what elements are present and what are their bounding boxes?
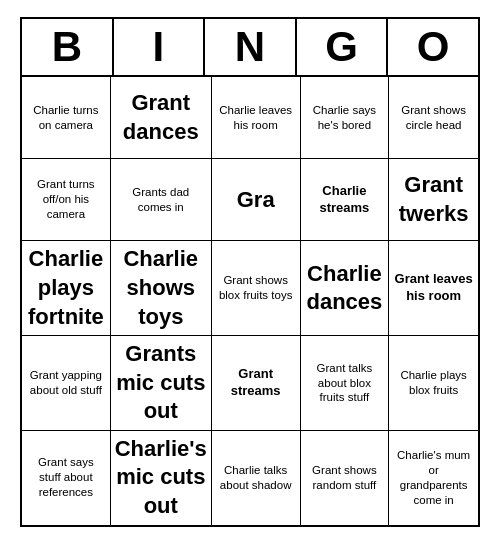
bingo-cell-22[interactable]: Charlie talks about shadow <box>212 431 301 525</box>
bingo-cell-10[interactable]: Charlie plays fortnite <box>22 241 111 336</box>
bingo-card: BINGO Charlie turns on cameraGrant dance… <box>20 17 480 526</box>
bingo-cell-15[interactable]: Grant yapping about old stuff <box>22 336 111 431</box>
bingo-cell-9[interactable]: Grant twerks <box>389 159 478 241</box>
bingo-cell-3[interactable]: Charlie says he's bored <box>301 77 390 159</box>
bingo-cell-16[interactable]: Grants mic cuts out <box>111 336 212 431</box>
bingo-cell-24[interactable]: Charlie's mum or grandparents come in <box>389 431 478 525</box>
bingo-cell-1[interactable]: Grant dances <box>111 77 212 159</box>
bingo-cell-20[interactable]: Grant says stuff about references <box>22 431 111 525</box>
header-letter-b: B <box>22 19 114 75</box>
bingo-cell-11[interactable]: Charlie shows toys <box>111 241 212 336</box>
bingo-cell-12[interactable]: Grant shows blox fruits toys <box>212 241 301 336</box>
bingo-header: BINGO <box>22 19 478 77</box>
header-letter-o: O <box>388 19 478 75</box>
bingo-cell-6[interactable]: Grants dad comes in <box>111 159 212 241</box>
bingo-cell-21[interactable]: Charlie's mic cuts out <box>111 431 212 525</box>
header-letter-n: N <box>205 19 297 75</box>
bingo-cell-5[interactable]: Grant turns off/on his camera <box>22 159 111 241</box>
bingo-cell-18[interactable]: Grant talks about blox fruits stuff <box>301 336 390 431</box>
header-letter-g: G <box>297 19 389 75</box>
bingo-cell-17[interactable]: Grant streams <box>212 336 301 431</box>
bingo-cell-19[interactable]: Charlie plays blox fruits <box>389 336 478 431</box>
bingo-cell-0[interactable]: Charlie turns on camera <box>22 77 111 159</box>
header-letter-i: I <box>114 19 206 75</box>
bingo-cell-8[interactable]: Charlie streams <box>301 159 390 241</box>
bingo-cell-13[interactable]: Charlie dances <box>301 241 390 336</box>
bingo-cell-2[interactable]: Charlie leaves his room <box>212 77 301 159</box>
bingo-cell-23[interactable]: Grant shows random stuff <box>301 431 390 525</box>
bingo-cell-7[interactable]: Gra <box>212 159 301 241</box>
bingo-cell-4[interactable]: Grant shows circle head <box>389 77 478 159</box>
bingo-grid: Charlie turns on cameraGrant dancesCharl… <box>22 77 478 524</box>
bingo-cell-14[interactable]: Grant leaves his room <box>389 241 478 336</box>
